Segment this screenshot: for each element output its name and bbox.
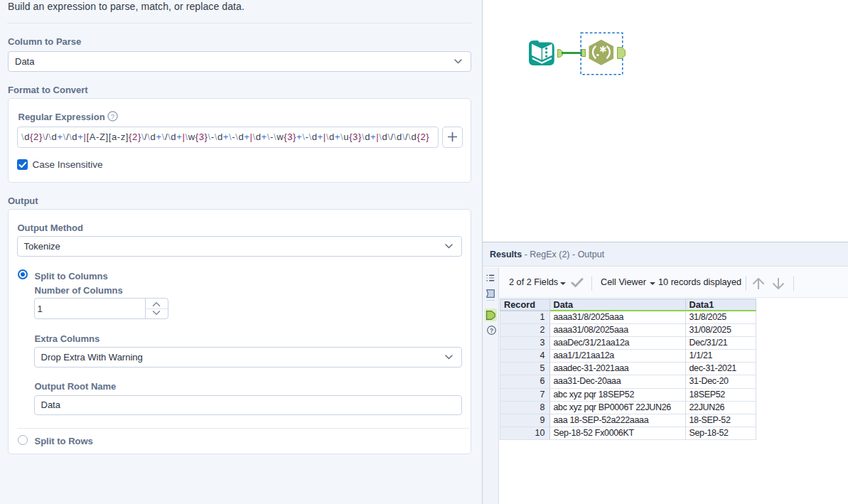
svg-text:?: ? [111, 112, 114, 120]
svg-text:?: ? [489, 326, 493, 333]
